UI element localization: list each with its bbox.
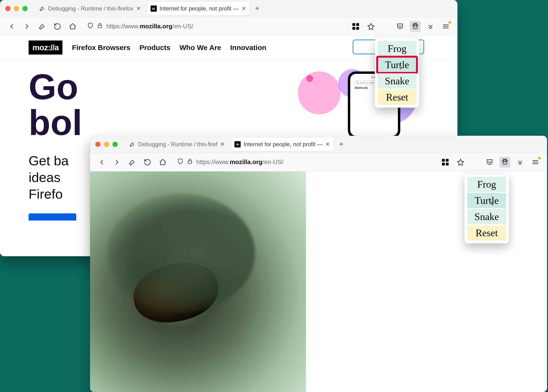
mozilla-logo[interactable]: moz://a: [28, 41, 62, 55]
mozilla-favicon-icon: m: [150, 6, 157, 12]
tab-debugging[interactable]: Debugging - Runtime / this-firefox ✕: [36, 2, 144, 15]
shield-icon: [87, 22, 93, 30]
close-tab-icon[interactable]: ✕: [220, 141, 224, 147]
extension-popup: Frog Turtle Snake Reset: [375, 38, 419, 108]
close-tab-icon[interactable]: ✕: [242, 6, 246, 12]
pocket-icon[interactable]: [484, 157, 495, 168]
shield-icon: [177, 158, 184, 166]
tab-title: Internet for people, not profit —: [160, 5, 239, 12]
close-tab-icon[interactable]: ✕: [136, 6, 141, 12]
tab-title: Debugging - Runtime / this-firefox: [48, 5, 133, 12]
reload-button[interactable]: [142, 157, 153, 168]
qr-icon[interactable]: [440, 157, 451, 168]
browser-window-front: Debugging - Runtime / this-firef ✕ m Int…: [90, 136, 547, 392]
close-window-button[interactable]: [95, 142, 100, 147]
app-menu-button[interactable]: [530, 157, 541, 168]
url-text: https://www.mozilla.org/en-US/: [196, 158, 284, 166]
nav-item[interactable]: Who We Are: [179, 44, 221, 52]
window-controls: [5, 6, 28, 11]
pocket-icon[interactable]: [395, 21, 406, 32]
new-tab-button[interactable]: +: [336, 140, 346, 149]
extension-paw-icon[interactable]: [499, 157, 510, 168]
svg-point-8: [306, 75, 313, 82]
home-button[interactable]: [157, 157, 168, 168]
qr-icon[interactable]: [350, 21, 361, 32]
turtle-image: [90, 171, 306, 392]
window-controls: [95, 142, 118, 147]
zoom-window-button[interactable]: [113, 142, 118, 147]
lock-icon: [187, 158, 193, 166]
popup-option-reset[interactable]: Reset: [467, 225, 506, 241]
popup-option-snake[interactable]: Snake: [467, 209, 506, 224]
titlebar: Debugging - Runtime / this-firef ✕ m Int…: [90, 136, 547, 153]
overflow-icon[interactable]: [515, 157, 526, 168]
svg-rect-0: [98, 25, 101, 28]
svg-point-15: [505, 159, 506, 160]
svg-point-14: [503, 159, 504, 160]
popup-option-turtle[interactable]: Turtle: [467, 193, 506, 208]
home-button[interactable]: [67, 21, 78, 32]
svg-rect-11: [188, 161, 192, 164]
tab-title: Internet for people, not profit —: [243, 141, 323, 148]
url-text: https://www.mozilla.org/en-US/: [106, 23, 193, 30]
site-nav: Firefox Browsers Products Who We Are Inn…: [72, 44, 266, 52]
popup-option-reset[interactable]: Reset: [378, 90, 416, 105]
extension-paw-icon[interactable]: [410, 21, 421, 32]
reload-button[interactable]: [52, 21, 63, 32]
new-tab-button[interactable]: +: [253, 4, 262, 13]
bookmark-star-icon[interactable]: [455, 157, 466, 168]
address-bar[interactable]: https://www.mozilla.org/en-US/: [87, 20, 336, 33]
toolbar: https://www.mozilla.org/en-US/: [90, 153, 547, 171]
devtools-button[interactable]: [127, 157, 138, 168]
toolbar: https://www.mozilla.org/en-US/: [0, 17, 457, 36]
back-button[interactable]: [6, 21, 17, 32]
tab-debugging[interactable]: Debugging - Runtime / this-firef ✕: [126, 138, 228, 151]
tab-mozilla[interactable]: m Internet for people, not profit — ✕: [147, 2, 249, 15]
lock-icon: [97, 22, 103, 30]
zoom-window-button[interactable]: [22, 6, 28, 11]
close-tab-icon[interactable]: ✕: [326, 141, 330, 147]
hero-cta-button[interactable]: [28, 213, 76, 221]
tab-title: Debugging - Runtime / this-firef: [138, 141, 217, 148]
titlebar: Debugging - Runtime / this-firefox ✕ m I…: [0, 0, 457, 17]
svg-point-4: [415, 23, 417, 24]
address-bar[interactable]: https://www.mozilla.org/en-US/: [177, 155, 426, 169]
popup-option-frog[interactable]: Frog: [378, 41, 416, 56]
bookmark-star-icon[interactable]: [365, 21, 377, 32]
minimize-window-button[interactable]: [104, 142, 109, 147]
popup-option-turtle[interactable]: Turtle: [378, 57, 416, 72]
forward-button[interactable]: [112, 157, 122, 168]
app-menu-button[interactable]: [440, 21, 451, 32]
svg-point-5: [298, 71, 341, 114]
minimize-window-button[interactable]: [14, 6, 19, 11]
extension-popup: Frog Turtle Snake Reset: [464, 174, 509, 243]
forward-button[interactable]: [21, 21, 32, 32]
devtools-button[interactable]: [37, 21, 48, 32]
nav-item[interactable]: Innovation: [230, 44, 266, 52]
mozilla-favicon-icon: m: [235, 141, 241, 147]
tab-mozilla[interactable]: m Internet for people, not profit — ✕: [231, 138, 333, 151]
nav-item[interactable]: Firefox Browsers: [72, 44, 130, 52]
overflow-icon[interactable]: [425, 21, 436, 32]
back-button[interactable]: [96, 157, 107, 168]
popup-option-frog[interactable]: Frog: [467, 177, 506, 192]
wrench-icon: [129, 141, 135, 147]
popup-option-snake[interactable]: Snake: [378, 73, 416, 89]
close-window-button[interactable]: [5, 6, 10, 11]
wrench-icon: [39, 6, 45, 12]
phone-shortcuts-label: Shortcuts: [355, 86, 368, 90]
svg-point-3: [414, 23, 415, 24]
nav-item[interactable]: Products: [139, 44, 170, 52]
